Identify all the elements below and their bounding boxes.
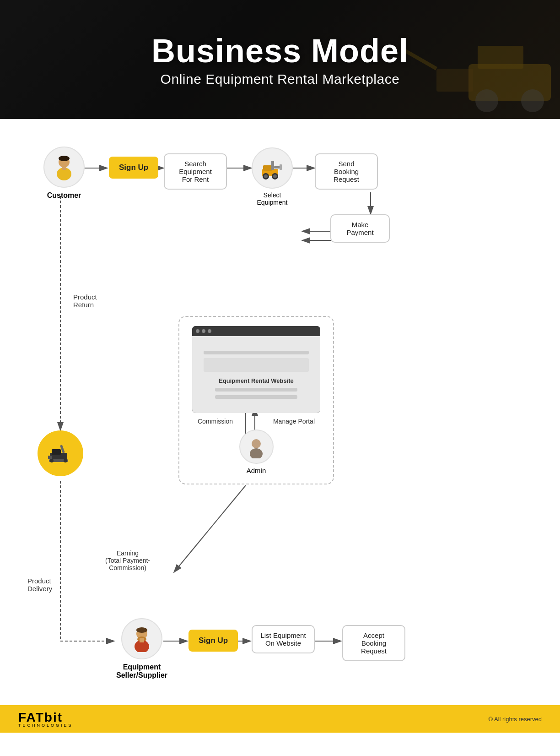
customer-block: Customer (37, 147, 92, 200)
monitor: Equipment Rental Website (192, 326, 320, 413)
footer-logo: FATbit TECHNOLOGIES (18, 710, 73, 728)
select-equipment-block: Select Equipment (252, 147, 293, 206)
product-return-label: Product Return (73, 293, 97, 309)
search-equipment-box[interactable]: Search Equipment For Rent (164, 153, 227, 190)
commission-label: Commission (198, 418, 233, 425)
equipment-yellow-icon (38, 430, 83, 476)
footer: FATbit TECHNOLOGIES © All rights reserve… (0, 705, 560, 733)
svg-point-38 (252, 439, 261, 448)
signup-button-customer[interactable]: Sign Up (109, 157, 158, 179)
list-equipment-box[interactable]: List Equipment On Website (252, 625, 315, 653)
svg-line-19 (174, 485, 246, 572)
svg-rect-30 (263, 165, 272, 171)
svg-rect-35 (271, 161, 274, 170)
select-equipment-icon (252, 147, 293, 189)
seller-label: Equipment Seller/Supplier (116, 663, 167, 680)
make-payment-box[interactable]: Make Payment (330, 214, 390, 243)
signup-button-seller[interactable]: Sign Up (188, 630, 238, 652)
website-label: Equipment Rental Website (219, 377, 294, 384)
page-subtitle: Online Equipment Rental Marketplace (161, 71, 400, 87)
footer-logo-sub: TECHNOLOGIES (18, 723, 73, 728)
product-delivery-label: Product Delivery (27, 577, 52, 593)
equipment-yellow-block (38, 430, 83, 476)
svg-point-39 (250, 448, 263, 458)
website-box: Equipment Rental Website Commission Mana… (178, 316, 334, 484)
admin-avatar (239, 430, 274, 464)
svg-point-26 (59, 156, 70, 161)
svg-point-32 (264, 174, 268, 178)
diagram: Customer Sign Up Search Equipment For Re… (27, 137, 533, 714)
svg-point-34 (273, 174, 277, 178)
footer-copyright: © All rights reserved (488, 716, 542, 723)
manage-portal-label: Manage Portal (273, 418, 315, 425)
customer-label: Customer (47, 191, 81, 200)
svg-point-45 (64, 459, 67, 462)
customer-avatar (43, 147, 85, 188)
admin-label: Admin (247, 467, 266, 474)
svg-point-44 (50, 459, 54, 462)
main-content: Customer Sign Up Search Equipment For Re… (0, 119, 560, 733)
select-equipment-label: Select Equipment (257, 191, 288, 206)
svg-rect-36 (274, 166, 280, 169)
svg-rect-42 (48, 456, 52, 459)
earning-label: Earning (Total Payment- Commission) (105, 549, 150, 571)
svg-rect-28 (62, 166, 66, 170)
seller-block: Equipment Seller/Supplier (114, 618, 169, 680)
svg-rect-51 (140, 638, 144, 642)
send-booking-box[interactable]: Send Booking Request (315, 153, 378, 190)
header: Business Model Online Equipment Rental M… (0, 0, 560, 119)
svg-rect-37 (280, 164, 282, 170)
svg-point-49 (136, 627, 147, 633)
seller-avatar (121, 618, 162, 659)
page-title: Business Model (151, 32, 409, 70)
svg-rect-41 (52, 449, 61, 455)
accept-booking-box[interactable]: Accept Booking Request (342, 625, 405, 661)
